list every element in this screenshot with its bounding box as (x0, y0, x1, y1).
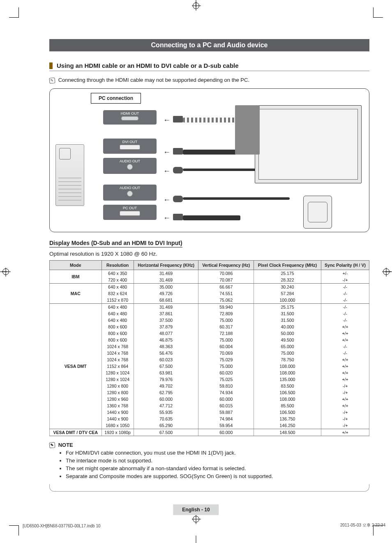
data-cell: +/+ (321, 363, 369, 370)
col-pixelclock: Pixel Clock Frequency (MHz) (254, 260, 321, 270)
data-cell: 48.077 (134, 330, 198, 337)
data-cell: 74.934 (198, 389, 254, 396)
data-cell: 63.981 (134, 370, 198, 376)
data-cell: 79.976 (134, 376, 198, 383)
port-column: HDMI OUT DVI OUT AUDIO OUT AUDIO OUT PC … (103, 110, 157, 224)
data-cell: 49.726 (134, 290, 198, 297)
data-cell: 75.000 (198, 337, 254, 343)
data-cell: 60.015 (198, 402, 254, 409)
tv-connector-block-icon (235, 105, 260, 155)
data-cell: 25.175 (254, 303, 321, 310)
table-row: IBM640 x 35031.46970.08625.175+/- (50, 270, 369, 277)
arrow-left-icon: ← (163, 196, 171, 204)
connection-diagram: PC connection HDMI OUT DVI OUT AUDIO OUT… (49, 88, 369, 232)
data-cell: 1920 x 1080p (101, 429, 134, 436)
caution-line: ✎ Connecting through the HDMI cable may … (49, 77, 369, 83)
col-vfreq: Vertical Frequency (Hz) (198, 260, 254, 270)
data-cell: 37.861 (134, 310, 198, 317)
page-language-footer: English - 10 (173, 504, 219, 515)
data-cell: 31.469 (134, 277, 198, 284)
arrow-left-icon: ← (163, 167, 171, 176)
data-cell: 78.750 (254, 356, 321, 363)
data-cell: +/+ (321, 396, 369, 402)
plug-icon (173, 148, 183, 155)
data-cell: -/+ (321, 422, 369, 429)
registration-mark-icon (2, 268, 9, 275)
col-syncpol: Sync Polarity (H / V) (321, 260, 369, 270)
data-cell: 60.000 (134, 396, 198, 402)
note-item: Separate and Composite modes are support… (66, 473, 369, 479)
data-cell: 1280 x 800 (101, 383, 134, 389)
heading-accent-icon (49, 62, 53, 69)
note-icon: ✎ (49, 442, 55, 448)
plug-icon (173, 167, 183, 173)
data-cell: 75.000 (198, 317, 254, 323)
data-cell: 720 x 400 (101, 277, 134, 284)
data-cell: 74.984 (198, 416, 254, 422)
col-mode: Mode (50, 260, 102, 270)
data-cell: 65.290 (134, 422, 198, 429)
data-cell: 59.954 (198, 422, 254, 429)
cable-dsub (183, 215, 240, 220)
data-cell: 148.500 (254, 429, 321, 436)
dsub-connector-icon (303, 196, 332, 229)
data-cell: 31.500 (254, 317, 321, 323)
data-cell: 135.000 (254, 376, 321, 383)
data-cell: 800 x 600 (101, 337, 134, 343)
mode-cell: VESA DMT (50, 303, 102, 429)
footer-filename: [UD6500-XH]BN68-03776D-00L17.indb 10 (23, 524, 101, 528)
port-hdmi-out: HDMI OUT (103, 110, 157, 125)
data-cell: 640 x 480 (101, 303, 134, 310)
data-cell: 108.000 (254, 363, 321, 370)
data-cell: 75.000 (254, 350, 321, 356)
data-cell: +/+ (321, 429, 369, 436)
registration-mark-icon (193, 516, 199, 522)
page-content: Connecting to a PC and Audio device Usin… (49, 39, 369, 500)
cable-audio (183, 197, 290, 200)
data-cell: 25.175 (254, 270, 321, 277)
col-hfreq: Horizontal Frequency (KHz) (134, 260, 198, 270)
data-cell: 1280 x 1024 (101, 376, 134, 383)
col-resolution: Resolution (101, 260, 134, 270)
data-cell: -/+ (321, 416, 369, 422)
data-cell: 108.000 (254, 396, 321, 402)
data-cell: 68.681 (134, 297, 198, 304)
arrow-left-icon: ← (163, 148, 171, 157)
page-frame-bottom (49, 484, 369, 492)
data-cell: 75.025 (198, 376, 254, 383)
data-cell: 106.500 (254, 389, 321, 396)
mode-cell: VESA DMT / DTV CEA (50, 429, 102, 436)
data-cell: 800 x 600 (101, 323, 134, 330)
data-cell: 1024 x 768 (101, 350, 134, 356)
data-cell: 1024 x 768 (101, 343, 134, 350)
registration-mark-icon (193, 2, 199, 9)
data-cell: -/+ (321, 389, 369, 396)
heading-underline (49, 71, 369, 71)
optimal-resolution-text: Optimal resolution is 1920 X 1080 @ 60 H… (49, 251, 369, 257)
registration-mark-icon (383, 268, 390, 275)
data-cell: +/+ (321, 330, 369, 337)
data-cell: 46.875 (134, 337, 198, 343)
pc-tower-icon (55, 144, 84, 206)
data-cell: 1280 x 1024 (101, 370, 134, 376)
data-cell: 65.000 (254, 343, 321, 350)
port-audio-out: AUDIO OUT (103, 158, 157, 174)
table-row: MAC640 x 48035.00066.66730.240-/- (50, 283, 369, 290)
data-cell: 832 x 624 (101, 290, 134, 297)
data-cell: 1280 x 960 (101, 396, 134, 402)
table-row: VESA DMT640 x 48031.46959.94025.175-/- (50, 303, 369, 310)
data-cell: 35.000 (134, 283, 198, 290)
data-cell: 75.029 (198, 356, 254, 363)
data-cell: 56.476 (134, 350, 198, 356)
display-modes-table: Mode Resolution Horizontal Frequency (KH… (49, 260, 369, 436)
data-cell: 49.702 (134, 383, 198, 389)
data-cell: -/+ (321, 383, 369, 389)
data-cell: 1680 x 1050 (101, 422, 134, 429)
data-cell: 47.712 (134, 402, 198, 409)
data-cell: 640 x 480 (101, 317, 134, 323)
data-cell: 75.000 (198, 363, 254, 370)
arrow-left-icon: ← (163, 116, 171, 125)
data-cell: 640 x 480 (101, 310, 134, 317)
data-cell: 70.069 (198, 350, 254, 356)
data-cell: 37.500 (134, 317, 198, 323)
